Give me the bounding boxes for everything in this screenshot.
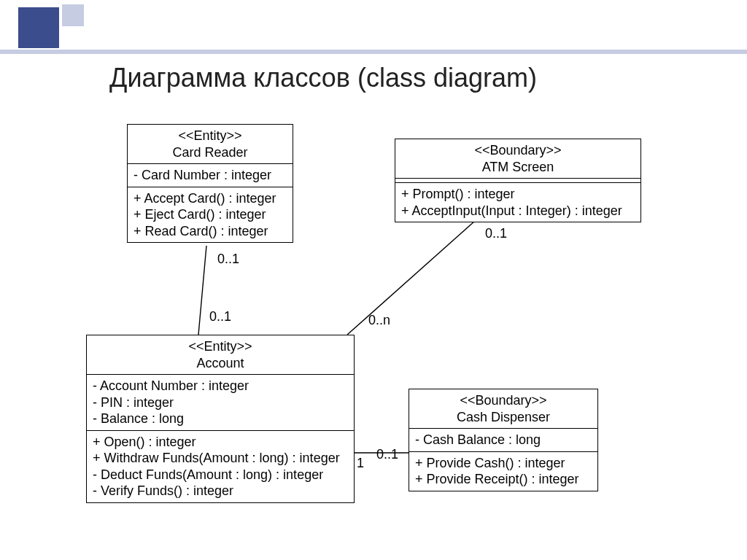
operations: + Accept Card() : integer + Eject Card()… (128, 187, 293, 243)
class-card-reader: <<Entity>> Card Reader - Card Number : i… (127, 124, 293, 243)
class-name: Account (91, 355, 349, 372)
multiplicity-label: 0..1 (485, 226, 507, 241)
attribute: - PIN : integer (93, 394, 348, 411)
attribute: - Card Number : integer (133, 167, 287, 184)
operations: + Open() : integer + Withdraw Funds(Amou… (87, 431, 354, 502)
attributes: - Cash Balance : long (409, 429, 597, 452)
operation: + Prompt() : integer (401, 186, 635, 203)
operation: - Verify Funds() : integer (93, 483, 348, 499)
multiplicity-label: 0..n (368, 313, 390, 328)
operation: + Read Card() : integer (133, 223, 287, 240)
operation: + Withdraw Funds(Amount : long) : intege… (93, 450, 348, 467)
operation: + Provide Cash() : integer (415, 455, 592, 472)
operations: + Prompt() : integer + AcceptInput(Input… (395, 183, 640, 222)
assoc-cardreader-account (198, 246, 206, 335)
class-name: Card Reader (132, 144, 288, 161)
stereotype: <<Boundary>> (414, 392, 593, 409)
class-header: <<Boundary>> ATM Screen (395, 139, 640, 179)
operation: + AcceptInput(Input : Integer) : integer (401, 203, 635, 219)
stereotype: <<Boundary>> (400, 142, 636, 159)
stereotype: <<Entity>> (132, 128, 288, 144)
attribute: - Cash Balance : long (415, 432, 592, 448)
class-header: <<Boundary>> Cash Dispenser (409, 389, 597, 429)
operation: + Open() : integer (93, 434, 348, 451)
class-header: <<Entity>> Card Reader (128, 125, 293, 164)
multiplicity-label: 1 (357, 456, 364, 471)
class-name: ATM Screen (400, 159, 636, 176)
class-cash-dispenser: <<Boundary>> Cash Dispenser - Cash Balan… (409, 389, 598, 491)
assoc-atmscreen-account (347, 215, 481, 335)
class-atm-screen: <<Boundary>> ATM Screen + Prompt() : int… (395, 139, 641, 222)
operation: + Provide Receipt() : integer (415, 471, 592, 488)
operations: + Provide Cash() : integer + Provide Rec… (409, 452, 597, 491)
attributes: - Account Number : integer - PIN : integ… (87, 375, 354, 431)
operation: + Accept Card() : integer (133, 190, 287, 207)
class-account: <<Entity>> Account - Account Number : in… (86, 335, 355, 503)
attribute: - Balance : long (93, 411, 348, 427)
stereotype: <<Entity>> (91, 338, 349, 355)
operation: + Eject Card() : integer (133, 206, 287, 223)
multiplicity-label: 0..1 (209, 309, 231, 324)
multiplicity-label: 0..1 (217, 252, 239, 267)
attribute: - Account Number : integer (93, 378, 348, 394)
diagram-canvas: <<Entity>> Card Reader - Card Number : i… (0, 0, 747, 560)
attributes: - Card Number : integer (128, 164, 293, 187)
operation: - Deduct Funds(Amount : long) : integer (93, 467, 348, 483)
multiplicity-label: 0..1 (376, 447, 398, 462)
class-name: Cash Dispenser (414, 409, 593, 426)
class-header: <<Entity>> Account (87, 335, 354, 375)
slide: Диаграмма классов (class diagram) <<Enti… (0, 0, 747, 560)
